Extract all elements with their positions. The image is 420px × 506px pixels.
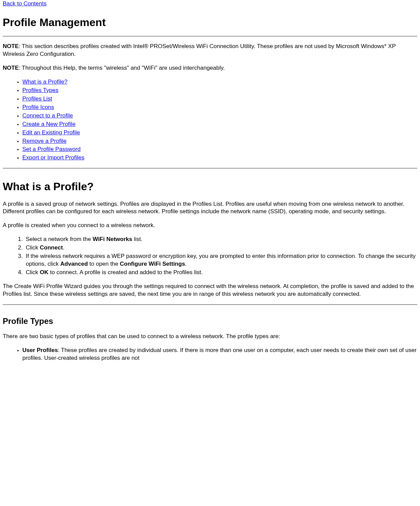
note-text: : This section describes profiles create…: [3, 43, 396, 57]
toc-link-create-a-new-profile[interactable]: Create a New Profile: [22, 121, 76, 127]
profile-types-list: User Profiles: These profiles are create…: [3, 347, 417, 362]
toc-link-remove-a-profile[interactable]: Remove a Profile: [22, 138, 66, 144]
divider: [3, 304, 417, 305]
toc-link-what-is-a-profile[interactable]: What is a Profile?: [22, 79, 67, 85]
back-to-contents-link[interactable]: Back to Contents: [3, 0, 46, 7]
divider: [3, 36, 417, 37]
table-of-contents: What is a Profile? Profiles Types Profil…: [3, 78, 417, 162]
list-item-label: User Profiles: [22, 347, 58, 353]
note-text: : Throughout this Help, the terms "wirel…: [19, 65, 225, 71]
toc-link-connect-to-a-profile[interactable]: Connect to a Profile: [22, 112, 73, 119]
toc-link-profiles-types[interactable]: Profiles Types: [22, 87, 58, 93]
toc-item: Connect to a Profile: [22, 112, 417, 120]
step-text: to connect. A profile is created and add…: [48, 269, 203, 276]
toc-link-set-a-profile-password[interactable]: Set a Profile Password: [22, 146, 81, 152]
divider: [3, 168, 417, 169]
step-bold: Configure WiFi Settings: [120, 261, 185, 267]
paragraph: There are two basic types of profiles th…: [3, 333, 417, 340]
step-text: to open the: [88, 261, 120, 267]
toc-item: What is a Profile?: [22, 78, 417, 86]
page-title: Profile Management: [3, 15, 417, 30]
toc-item: Profiles Types: [22, 87, 417, 94]
step-text: Select a network from the: [26, 236, 92, 242]
toc-item: Edit an Existing Profile: [22, 129, 417, 137]
step-text: Click: [26, 244, 40, 251]
list-item: User Profiles: These profiles are create…: [22, 347, 417, 362]
step-text: list.: [132, 236, 142, 242]
ordered-steps: Select a network from the WiFi Networks …: [3, 236, 417, 277]
paragraph: The Create WiFi Profile Wizard guides yo…: [3, 283, 417, 298]
toc-item: Profile Icons: [22, 104, 417, 111]
step-item: Select a network from the WiFi Networks …: [24, 236, 417, 243]
step-item: If the wireless network requires a WEP p…: [24, 252, 417, 268]
toc-item: Set a Profile Password: [22, 146, 417, 153]
toc-link-profile-icons[interactable]: Profile Icons: [22, 104, 54, 110]
toc-item: Export or Import Profiles: [22, 154, 417, 162]
toc-item: Create a New Profile: [22, 120, 417, 128]
toc-item: Remove a Profile: [22, 137, 417, 145]
toc-link-export-or-import-profiles[interactable]: Export or Import Profiles: [22, 154, 84, 161]
step-text: .: [185, 261, 187, 267]
section-heading-profile-types: Profile Types: [3, 316, 417, 327]
toc-item: Profiles List: [22, 95, 417, 103]
note-label: NOTE: [3, 43, 19, 49]
step-bold: WiFi Networks: [92, 236, 132, 242]
step-bold: OK: [40, 269, 49, 276]
step-item: Click Connect.: [24, 244, 417, 252]
list-item-text: : These profiles are created by individu…: [22, 347, 417, 361]
step-text: .: [63, 244, 65, 251]
note-label: NOTE: [3, 65, 19, 71]
note-paragraph: NOTE: Throughout this Help, the terms "w…: [3, 64, 417, 72]
section-heading-what-is-a-profile: What is a Profile?: [3, 179, 417, 194]
paragraph: A profile is a saved group of network se…: [3, 200, 417, 216]
step-text: Click: [26, 269, 40, 276]
step-item: Click OK to connect. A profile is create…: [24, 269, 417, 277]
step-bold: Advanced: [60, 261, 88, 267]
toc-link-edit-an-existing-profile[interactable]: Edit an Existing Profile: [22, 129, 80, 136]
step-bold: Connect: [40, 244, 63, 251]
toc-link-profiles-list[interactable]: Profiles List: [22, 95, 52, 102]
paragraph: A profile is created when you connect to…: [3, 222, 417, 229]
note-paragraph: NOTE: This section describes profiles cr…: [3, 43, 417, 58]
